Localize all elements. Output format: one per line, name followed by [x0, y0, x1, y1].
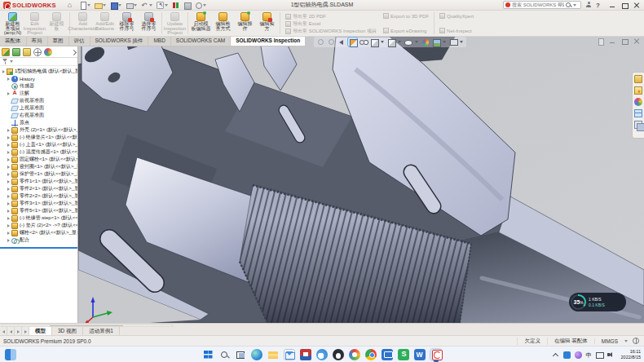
- net-inspect-button[interactable]: Net-Inspect: [439, 28, 474, 33]
- more-tabs-icon[interactable]: [71, 48, 76, 56]
- apply-scene-icon[interactable]: [431, 38, 440, 46]
- document-minimize-button[interactable]: [609, 38, 616, 45]
- tab-solidworks-inspection[interactable]: SOLIDWORKS Inspection: [231, 37, 306, 46]
- volume-icon[interactable]: [607, 351, 615, 359]
- tree-item-component[interactable]: (-) 绝缘垫片<1> (默认<<默认>_显示: [0, 134, 77, 141]
- chevron-down-icon[interactable]: [443, 41, 446, 43]
- tree-item-component[interactable]: 保护管<1> (默认<<默认>_显示状态: [0, 170, 77, 178]
- task-view-icon[interactable]: [235, 349, 246, 360]
- add-characteristic-button[interactable]: Add Characteristic: [72, 11, 94, 31]
- tree-item-top-plane[interactable]: 上视基准面: [0, 104, 77, 112]
- chevron-down-icon[interactable]: [460, 41, 463, 43]
- chevron-down-icon[interactable]: [398, 41, 401, 43]
- chevron-down-icon[interactable]: [10, 60, 13, 63]
- ime-indicator[interactable]: 中: [586, 351, 592, 359]
- cloud-app-icon[interactable]: [316, 349, 328, 360]
- tree-item-component[interactable]: 螺栓<2> (默认<<默认>_显示状态: [0, 229, 77, 236]
- filter-icon[interactable]: [2, 59, 8, 64]
- mail-icon[interactable]: [284, 349, 295, 360]
- document-restore-button[interactable]: [621, 38, 629, 45]
- minimize-button[interactable]: [608, 2, 616, 9]
- export-3d-pdf-button[interactable]: Export to 3D PDF: [383, 13, 429, 19]
- edit-inspection-project-button[interactable]: Edit Inspection Project: [24, 11, 46, 36]
- tab-mbd[interactable]: MBD: [148, 37, 170, 46]
- view-settings-icon[interactable]: [448, 38, 457, 46]
- home-button[interactable]: [68, 2, 75, 9]
- net-speed-overlay[interactable]: 35% 1 KB/S 0.1 KB/S: [569, 293, 626, 311]
- edit-inspection-methods-button[interactable]: 编辑检 查方式: [212, 11, 234, 31]
- remote-app-icon[interactable]: [382, 349, 393, 360]
- tray-ball-icon[interactable]: [575, 351, 582, 359]
- widgets-icon[interactable]: [5, 349, 16, 360]
- chevron-down-icon[interactable]: [624, 340, 628, 342]
- tree-item-front-plane[interactable]: 前视基准面: [0, 97, 77, 104]
- view-palette-icon[interactable]: [634, 109, 642, 117]
- print-button[interactable]: [126, 2, 137, 9]
- help-icon[interactable]: [596, 2, 604, 9]
- document-close-button[interactable]: [633, 38, 641, 45]
- tree-item-right-plane[interactable]: 右视基准面: [0, 112, 77, 119]
- dynamic-annotation-views-icon[interactable]: [359, 38, 368, 46]
- taskbar-clock[interactable]: 16:11 2022/8/15: [621, 349, 641, 360]
- tab-evaluate[interactable]: 评估: [69, 37, 90, 46]
- tab-sketch[interactable]: 草图: [48, 37, 69, 46]
- taskbar-search-icon[interactable]: [218, 349, 230, 360]
- displaymanager-icon[interactable]: [44, 48, 52, 56]
- tab-solidworks-cam[interactable]: SOLIDWORKS CAM: [171, 37, 231, 46]
- wps-icon[interactable]: [414, 349, 426, 360]
- graphics-area[interactable]: [78, 37, 644, 323]
- tree-item-component[interactable]: (-) 垫片 (2)<2> ->? (默认<<默认>: [0, 222, 77, 229]
- status-units[interactable]: MMGS: [594, 338, 624, 344]
- qualityxpert-button[interactable]: QualityXpert: [439, 13, 474, 19]
- add-edit-balloons-button[interactable]: Add/Edit Balloons: [94, 11, 116, 31]
- solidworks-logo[interactable]: SOLIDWORKS: [0, 2, 61, 9]
- chevron-down-icon[interactable]: [415, 41, 418, 43]
- new-document-button[interactable]: [79, 2, 90, 9]
- file-explorer-taskbar-icon[interactable]: [267, 349, 279, 360]
- qq-icon[interactable]: [333, 349, 344, 360]
- chrome-icon[interactable]: [365, 349, 377, 360]
- tab-layout[interactable]: 布局: [27, 37, 48, 46]
- export-edrawing-button[interactable]: Export eDrawing: [383, 28, 429, 33]
- tree-splitter[interactable]: [0, 247, 78, 249]
- options-button[interactable]: [195, 2, 206, 9]
- undo-button[interactable]: [141, 2, 152, 9]
- start-button[interactable]: [202, 349, 214, 360]
- close-button[interactable]: [633, 2, 641, 9]
- restore-button[interactable]: [620, 2, 629, 9]
- tree-item-component[interactable]: 零件2<2> (默认<<默认>_显示状态: [0, 192, 77, 200]
- hidden-icons-chevron[interactable]: [552, 351, 559, 359]
- export-inspection-project-button[interactable]: 导出至 SOLIDWORKS Inspection 项目: [285, 28, 377, 35]
- tree-item-component[interactable]: 固定螺栓<1> (默认<<默认>_显示状: [0, 156, 77, 163]
- tree-item-component[interactable]: 零件5<1> (默认<<默认>_显示状态: [0, 207, 77, 214]
- display-style-icon[interactable]: [386, 38, 395, 46]
- app-green-s-icon[interactable]: [398, 349, 409, 360]
- app-icon-store[interactable]: [300, 349, 311, 360]
- tree-root[interactable]: 1型铝轴热电偶 (默认<默认_显示状态-1>: [0, 68, 77, 75]
- custom-properties-icon[interactable]: [634, 121, 642, 129]
- file-explorer-icon[interactable]: [634, 86, 642, 95]
- appearances-scenes-icon[interactable]: [634, 98, 642, 106]
- browser-360-icon[interactable]: [349, 349, 360, 360]
- launch-template-editor-button[interactable]: 启动模 板编辑器: [190, 11, 212, 31]
- previous-view-icon[interactable]: [337, 38, 346, 46]
- design-library-icon[interactable]: [634, 75, 642, 83]
- configurationmanager-icon[interactable]: [23, 48, 31, 56]
- quick-tips-icon[interactable]: [633, 338, 639, 344]
- tray-cloud-icon[interactable]: [563, 351, 571, 359]
- view-orientation-icon[interactable]: [369, 38, 378, 46]
- export-excel-button[interactable]: 导出至 Excel: [285, 20, 377, 28]
- chevron-down-icon[interactable]: [381, 41, 384, 43]
- hide-show-items-icon[interactable]: [404, 38, 412, 46]
- sign-in-icon[interactable]: [585, 2, 592, 8]
- edit-appearance-icon[interactable]: [421, 38, 430, 46]
- new-template-button[interactable]: 新建模 板: [46, 11, 68, 31]
- update-inspection-project-button[interactable]: Update Inspection Project: [164, 11, 186, 36]
- tab-assembly[interactable]: 装配体: [0, 37, 27, 46]
- 3d-model-section-view[interactable]: [78, 37, 644, 323]
- tree-item-component[interactable]: 外壳 (2)<1> (默认<<默认>_显示状态: [0, 126, 77, 134]
- featuremanager-tree-icon[interactable]: [2, 48, 10, 56]
- solidworks-taskbar-icon[interactable]: [430, 349, 442, 360]
- tree-item-annotations[interactable]: 注解: [0, 90, 77, 97]
- select-balloons-button[interactable]: 选择零 件序号: [138, 11, 160, 31]
